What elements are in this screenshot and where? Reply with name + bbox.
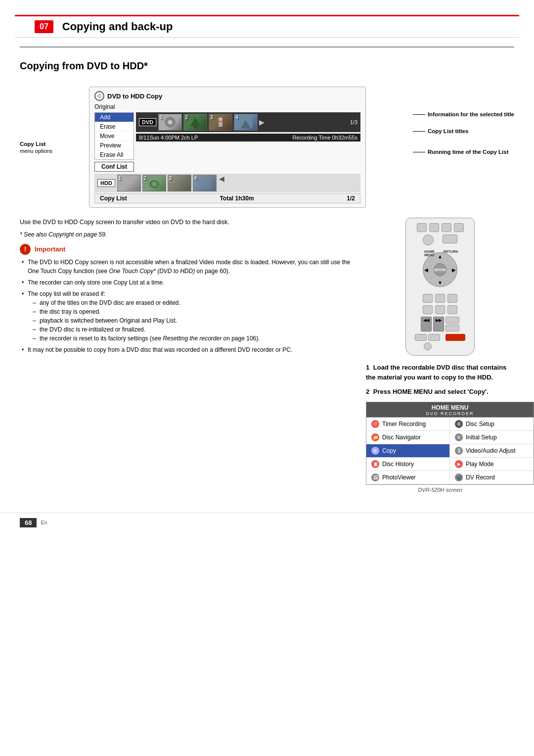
dv-record-icon: 📹 — [455, 473, 463, 481]
body-paragraph-1: Use the DVD to HDD Copy screen to transf… — [20, 218, 351, 227]
left-labels: Copy List menu options — [20, 141, 52, 154]
right-label-titles: Copy List titles — [413, 128, 514, 134]
menu-video-audio[interactable]: 🎛 Video/Audio Adjust — [450, 444, 534, 458]
home-menu-grid: ⏱ Timer Recording ⚙ Disc Setup 📁 Disc Na… — [366, 417, 534, 484]
sub-bullet-5: the recorder is reset to its factory set… — [33, 334, 351, 343]
menu-options-container: Add Erase Move Preview Erase All Conf Li… — [94, 112, 134, 172]
hdd-badge: HDD — [97, 179, 115, 187]
menu-disc-setup[interactable]: ⚙ Disc Setup — [450, 418, 534, 431]
photo-viewer-icon: 🖼 — [371, 473, 379, 481]
remote-round-1 — [423, 235, 434, 245]
menu-initial-setup[interactable]: ⚙ Initial Setup — [450, 431, 534, 444]
menu-photo-viewer[interactable]: 🖼 PhotoViewer — [366, 471, 450, 484]
important-box: ! Important The DVD to HDD Copy screen i… — [20, 244, 351, 354]
dvd-thumb-2: 2 — [183, 114, 207, 131]
hdd-thumbnails: 1 2 3 4 — [117, 175, 224, 191]
nav-up-arrow[interactable]: ▲ — [438, 254, 443, 259]
copy-icon: ⊕ — [371, 447, 379, 455]
runtime-line — [413, 152, 425, 152]
remote-round-small — [424, 342, 432, 350]
disc-history-icon: 📋 — [371, 460, 379, 468]
right-labels: Information for the selected title Copy … — [413, 111, 514, 166]
menu-disc-navigator[interactable]: 📁 Disc Navigator — [366, 431, 450, 444]
tree-thumbnail-svg — [188, 115, 203, 129]
play-mode-label: Play Mode — [466, 461, 494, 468]
hdd-thumb-3: 3 — [168, 175, 191, 191]
menu-copy[interactable]: ⊕ Copy — [366, 444, 450, 458]
remote-small-row-2 — [415, 342, 440, 350]
sub-bullet-3: playback is switched between Original an… — [33, 316, 351, 325]
enter-button[interactable]: ENTER — [434, 263, 446, 276]
box-title-text: DVD to HDD Copy — [107, 93, 162, 100]
step-2-text: Press HOME MENU and select 'Copy'. — [373, 388, 489, 395]
sub-bullet-2: the disc tray is opened. — [33, 307, 351, 316]
disc-setup-label: Disc Setup — [466, 421, 494, 427]
menu-disc-history[interactable]: 📋 Disc History — [366, 458, 450, 471]
dvd-scroll-arrow[interactable]: ▶ — [259, 118, 265, 126]
nav-left-arrow[interactable]: ◀ — [424, 267, 428, 273]
chapter-number: 07 — [35, 20, 53, 33]
svg-rect-10 — [198, 177, 211, 189]
menu-play-mode[interactable]: ▶ Play Mode — [450, 458, 534, 471]
menu-options-label: menu options — [20, 148, 52, 154]
home-menu-subtitle: DVD RECORDER — [426, 411, 474, 416]
recording-info-right: Recording Time 0h32m55s — [293, 135, 357, 141]
svg-rect-5 — [219, 122, 222, 127]
dvd-thumbnails: 1 2 — [158, 114, 265, 131]
remote-bottom-row — [415, 334, 465, 350]
menu-item-add[interactable]: Add — [95, 113, 134, 122]
hdd-thumb-4: 4 — [193, 175, 217, 191]
menu-item-preview[interactable]: Preview — [95, 141, 134, 150]
conf-list-button[interactable]: Conf List — [94, 162, 134, 172]
next-btn[interactable]: ▶▶ — [433, 317, 444, 331]
original-label: Original — [94, 103, 360, 110]
remote-btn-11 — [447, 305, 457, 314]
home-menu-label: HOMEMENU — [424, 250, 435, 257]
recording-info-left: 8/11Sun 4:00PM 2ch LP — [139, 135, 198, 141]
remote-side-2 — [445, 325, 459, 331]
bullet-1: The DVD to HDD Copy screen is not access… — [20, 258, 351, 276]
menu-item-erase-all[interactable]: Erase All — [95, 150, 134, 159]
recording-info: 8/11Sun 4:00PM 2ch LP Recording Time 0h3… — [136, 134, 360, 142]
important-icon: ! — [20, 244, 31, 255]
dvd-page-indicator: 1/3 — [350, 119, 357, 125]
dvd-content: DVD 1 2 — [136, 112, 360, 172]
hdd-scroll-arrow[interactable]: ◀ — [219, 175, 224, 191]
right-label-info: Information for the selected title — [413, 111, 514, 117]
initial-setup-label: Initial Setup — [466, 434, 497, 441]
display-button[interactable] — [445, 334, 465, 341]
remote-mid-row-1 — [423, 294, 457, 303]
info-line — [413, 114, 425, 115]
dvd-badge: DVD — [139, 118, 156, 126]
menu-item-move[interactable]: Move — [95, 132, 134, 141]
copy-list-label: Copy List — [20, 141, 52, 147]
step-2-instruction: 2 Press HOME MENU and select 'Copy'. — [366, 387, 514, 397]
prev-btn[interactable]: ◀◀ — [421, 317, 432, 331]
page-footer: 68 En — [0, 513, 534, 532]
sub-bullet-list: any of the titles on the DVD disc are er… — [28, 298, 351, 343]
play-mode-icon: ▶ — [455, 460, 463, 468]
home-menu-screenshot: HOME MENU DVD RECORDER ⏱ Timer Recording… — [366, 402, 534, 485]
menu-timer-recording[interactable]: ⏱ Timer Recording — [366, 418, 450, 431]
copy-page-indicator: 1/2 — [347, 195, 355, 202]
side-btns — [445, 317, 459, 331]
two-column-layout: Use the DVD to HDD Copy screen to transf… — [20, 218, 514, 493]
enter-label: ENTER — [434, 268, 446, 272]
remote-btn-3 — [442, 223, 451, 232]
menu-item-erase[interactable]: Erase — [95, 122, 134, 132]
page-header: 07 Copying and back-up — [15, 15, 519, 38]
dv-record-label: DV Record — [466, 474, 495, 481]
menu-dv-record[interactable]: 📹 DV Record — [450, 471, 534, 484]
hdd-title-row: HDD 1 2 3 — [94, 174, 360, 192]
remote-btn-4 — [454, 223, 464, 232]
remote-btn-1 — [417, 223, 427, 232]
right-column: HOMEMENU RETURN ENTER ▲ ▼ ◀ ▶ — [366, 218, 514, 493]
left-column: Use the DVD to HDD Copy screen to transf… — [20, 218, 351, 493]
nav-down-arrow[interactable]: ▼ — [438, 280, 443, 285]
dvd-title-row: DVD 1 2 — [136, 112, 360, 132]
step-1-text: Load the recordable DVD disc that contai… — [366, 364, 506, 381]
initial-setup-icon: ⚙ — [455, 433, 463, 441]
person-thumbnail-svg — [213, 115, 228, 129]
chapter-title: Copying and back-up — [62, 20, 173, 33]
nav-right-arrow[interactable]: ▶ — [452, 267, 456, 273]
